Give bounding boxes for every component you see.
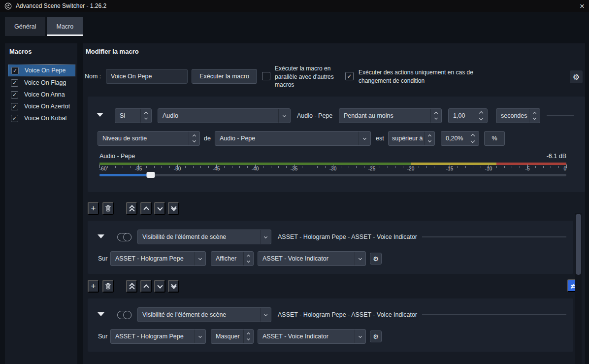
- collapse-caret-icon[interactable]: [98, 312, 104, 316]
- comparator-dropdown[interactable]: supérieur à: [388, 131, 435, 146]
- double-chevron-up-icon: [130, 204, 134, 213]
- move-down-button[interactable]: [154, 202, 165, 215]
- spinner-arrows[interactable]: [140, 109, 151, 123]
- spinner-arrows[interactable]: [430, 109, 441, 123]
- scrollbar-thumb[interactable]: [576, 214, 581, 275]
- duration-unit-dropdown[interactable]: secondes: [496, 108, 540, 123]
- slider-track[interactable]: [99, 174, 566, 176]
- macro-checkbox[interactable]: ✓: [11, 79, 18, 87]
- move-up-button[interactable]: [140, 202, 152, 215]
- move-down-button[interactable]: [154, 280, 165, 293]
- action-type-dropdown[interactable]: Visibilité de l'élément de scène: [137, 307, 271, 322]
- macro-list-item[interactable]: ✓ Voice On Kobal: [8, 112, 75, 124]
- scene-item-dropdown[interactable]: ASSET - Voice Indicator: [258, 251, 366, 266]
- action-enable-toggle[interactable]: [117, 311, 131, 319]
- gear-icon: ⚙: [373, 255, 379, 263]
- macro-checkbox[interactable]: ✓: [11, 115, 18, 122]
- stretch-line: [422, 236, 566, 237]
- move-bottom-button[interactable]: [168, 202, 179, 215]
- add-button[interactable]: +: [88, 280, 99, 293]
- condition-logic-spinner[interactable]: Si: [115, 108, 152, 123]
- duration-value: 1,00: [449, 109, 475, 123]
- scene-dropdown[interactable]: ASSET - Hologram Pepe: [110, 251, 206, 266]
- move-bottom-button[interactable]: [168, 280, 179, 293]
- condition-toolbar: +: [88, 202, 285, 215]
- action-settings-button[interactable]: ⚙: [370, 253, 382, 265]
- action-summary: ASSET - Hologram Pepe - ASSET - Voice In…: [278, 230, 566, 244]
- duration-unit-value: secondes: [496, 109, 529, 123]
- scene-dropdown[interactable]: ASSET - Hologram Pepe: [110, 329, 206, 344]
- close-icon[interactable]: ×: [580, 2, 585, 10]
- duration-condition-dropdown[interactable]: Pendant au moins: [339, 108, 442, 123]
- visibility-operation-value: Afficher: [211, 252, 243, 265]
- on-label: Sur: [98, 251, 107, 266]
- scene-value: ASSET - Hologram Pepe: [111, 330, 195, 343]
- toggle-knob: [123, 311, 131, 319]
- on-change-checkbox[interactable]: ✓: [345, 72, 354, 80]
- threshold-spinbox[interactable]: 0,20%: [441, 131, 479, 146]
- tab-general[interactable]: Général: [5, 17, 45, 36]
- add-button[interactable]: +: [88, 202, 99, 215]
- spinner-arrows[interactable]: [243, 330, 253, 343]
- chevron-up-icon: [143, 206, 149, 212]
- macro-list-item[interactable]: ✓ Voice On Anna: [8, 89, 75, 100]
- check-icon: ✓: [12, 116, 17, 121]
- gear-icon: ⚙: [373, 333, 379, 340]
- macro-list-item[interactable]: ✓ Voice On Pepe: [8, 65, 75, 76]
- chevron-down-icon: [157, 205, 163, 210]
- audio-check-type-dropdown[interactable]: Niveau de sortie: [98, 131, 200, 146]
- spinner-arrows[interactable]: [425, 132, 434, 145]
- window-title: Advanced Scene Switcher - 1.26.2: [16, 2, 106, 9]
- parallel-checkbox[interactable]: [262, 72, 270, 80]
- move-up-button[interactable]: [140, 280, 152, 293]
- duration-value-spinbox[interactable]: 1,00: [448, 108, 488, 123]
- macro-checkbox[interactable]: ✓: [11, 67, 19, 74]
- tab-macro[interactable]: Macro: [47, 17, 83, 36]
- segment-scrollbar[interactable]: [575, 213, 582, 364]
- spinner-arrows[interactable]: [243, 252, 253, 265]
- macro-label: Voice On Flagg: [24, 79, 66, 86]
- spinner-arrows[interactable]: [475, 109, 487, 123]
- condition-type-dropdown[interactable]: Audio: [158, 108, 291, 123]
- check-icon: ✓: [13, 68, 17, 73]
- meter-slider-handle[interactable]: [147, 172, 155, 178]
- move-top-button[interactable]: [126, 202, 137, 215]
- chevron-down-icon: [359, 132, 370, 145]
- move-top-button[interactable]: [126, 280, 137, 293]
- macro-label: Voice On Anna: [24, 91, 65, 98]
- audio-source-label: Audio - Pepe: [297, 108, 332, 123]
- chevron-up-icon: [143, 284, 149, 290]
- scene-item-value: ASSET - Voice Indicator: [258, 252, 355, 265]
- visibility-operation-dropdown[interactable]: Afficher: [211, 251, 254, 266]
- check-icon: ✓: [12, 80, 17, 86]
- action-settings-button[interactable]: ⚙: [370, 331, 382, 342]
- action-summary-text: ASSET - Hologram Pepe - ASSET - Voice In…: [278, 230, 417, 244]
- spinner-arrows[interactable]: [467, 132, 479, 145]
- audio-source-dropdown[interactable]: Audio - Pepe: [215, 131, 371, 146]
- macro-list-item[interactable]: ✓ Voice On Flagg: [8, 77, 75, 89]
- action-type-dropdown[interactable]: Visibilité de l'élément de scène: [137, 230, 271, 244]
- delete-button[interactable]: [102, 202, 114, 215]
- spinner-arrows[interactable]: [189, 132, 199, 145]
- meter-slider-fill: [99, 174, 151, 176]
- action-enable-toggle[interactable]: [117, 233, 131, 241]
- macro-checkbox[interactable]: ✓: [11, 91, 18, 99]
- threshold-slider[interactable]: [99, 171, 566, 178]
- macro-list-item[interactable]: ✓ Voice On Azertot: [8, 100, 75, 112]
- collapse-caret-icon[interactable]: [97, 113, 103, 117]
- visibility-operation-dropdown[interactable]: Masquer: [211, 329, 254, 344]
- delete-button[interactable]: [102, 280, 114, 293]
- action-summary: ASSET - Hologram Pepe - ASSET - Voice In…: [278, 307, 566, 322]
- spinner-arrows[interactable]: [529, 109, 540, 123]
- run-macro-button[interactable]: Exécuter la macro: [192, 69, 257, 84]
- collapse-caret-icon[interactable]: [98, 234, 104, 238]
- macro-settings-button[interactable]: ⚙: [570, 70, 583, 83]
- action-block: Visibilité de l'élément de scène ASSET -…: [88, 298, 573, 352]
- macro-name-input[interactable]: [106, 69, 188, 84]
- scene-item-dropdown[interactable]: ASSET - Voice Indicator: [258, 329, 366, 344]
- percent-toggle-button[interactable]: %: [484, 131, 505, 146]
- chevron-down-icon: [355, 330, 365, 343]
- chevron-down-icon: [355, 252, 365, 265]
- action-block: Visibilité de l'élément de scène ASSET -…: [88, 221, 573, 274]
- macro-checkbox[interactable]: ✓: [11, 103, 18, 110]
